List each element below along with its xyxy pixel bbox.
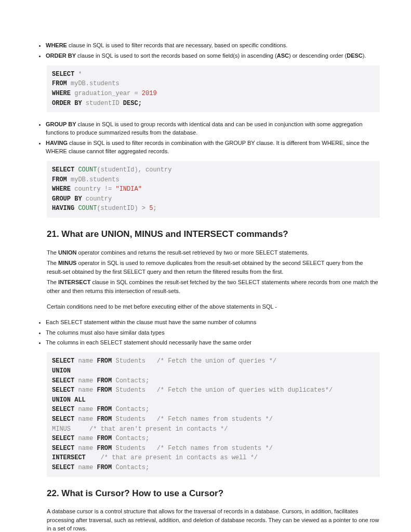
having-text: clause in SQL is used to filter records … (46, 140, 369, 154)
where-keyword: WHERE (46, 42, 67, 48)
orderby-keyword: ORDER BY (46, 52, 76, 59)
where-bullet: WHERE clause in SQL is used to filter re… (46, 42, 380, 50)
where-orderby-list: WHERE clause in SQL is used to filter re… (31, 42, 380, 60)
cond-1: Each SELECT statement within the clause … (46, 318, 380, 327)
groupby-text: clause in SQL is used to group records w… (46, 121, 363, 136)
q21-conditions-intro: Certain conditions need to be met before… (47, 302, 380, 311)
orderby-text2: ) or descending order ( (289, 52, 347, 59)
desc-keyword: DESC (347, 52, 363, 59)
q21-minus-para: The MINUS operator in SQL is used to rem… (47, 259, 380, 276)
code-groupby-having: SELECT COUNT(studentId), country FROM my… (47, 161, 380, 218)
orderby-text1: clause in SQL is used to sort the record… (76, 52, 277, 59)
q22-title: 22. What is Cursor? How to use a Cursor? (47, 487, 380, 500)
asc-keyword: ASC (277, 52, 289, 59)
having-keyword: HAVING (46, 140, 68, 146)
code-union-minus-intersect: SELECT name FROM Students /* Fetch the u… (47, 352, 380, 476)
cond-3: The columns in each SELECT statement sho… (46, 339, 380, 347)
having-bullet: HAVING clause in SQL is used to filter r… (46, 139, 380, 156)
groupby-keyword: GROUP BY (46, 121, 76, 127)
where-text: clause in SQL is used to filter records … (67, 42, 287, 48)
groupby-bullet: GROUP BY clause in SQL is used to group … (46, 121, 380, 137)
q21-title: 21. What are UNION, MINUS and INTERSECT … (47, 228, 380, 241)
orderby-text3: ). (363, 52, 366, 59)
cond-2: The columns must also have similar data … (46, 329, 380, 337)
orderby-bullet: ORDER BY clause in SQL is used to sort t… (46, 52, 380, 60)
q22-intro: A database cursor is a control structure… (47, 507, 380, 532)
q21-intersect-para: The INTERSECT clause in SQL combines the… (47, 278, 380, 295)
q21-conditions-list: Each SELECT statement within the clause … (31, 318, 380, 348)
groupby-having-list: GROUP BY clause in SQL is used to group … (31, 121, 380, 156)
q21-union-para: The UNION operator combines and returns … (47, 248, 380, 257)
code-select-orderby: SELECT * FROM myDB.students WHERE gradua… (47, 65, 380, 112)
